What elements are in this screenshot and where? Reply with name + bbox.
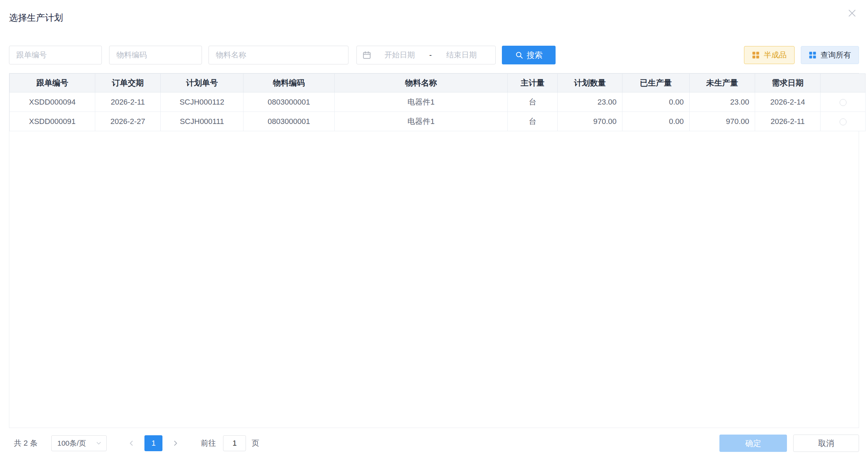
page-size-select[interactable]: 100条/页 <box>51 435 107 451</box>
confirm-button[interactable]: 确定 <box>719 435 787 452</box>
page-number-button[interactable]: 1 <box>144 435 162 451</box>
cell-unproduced-qty: 23.00 <box>690 92 755 112</box>
header-order-no: 跟单编号 <box>10 74 95 92</box>
header-demand-date: 需求日期 <box>755 74 821 92</box>
cell-order-no: XSDD000091 <box>10 112 95 131</box>
cell-demand-date: 2026-2-11 <box>755 112 821 131</box>
search-icon <box>515 51 523 59</box>
date-range-picker[interactable]: 开始日期 - 结束日期 <box>356 46 496 64</box>
cell-order-no: XSDD000094 <box>10 92 95 112</box>
page-size-value: 100条/页 <box>57 438 86 448</box>
cell-produced-qty: 0.00 <box>622 92 690 112</box>
header-unproduced-qty: 未生产量 <box>690 74 755 92</box>
date-start-placeholder: 开始日期 <box>371 50 428 60</box>
date-end-placeholder: 结束日期 <box>433 50 490 60</box>
goto-label: 前往 <box>201 438 216 448</box>
query-all-button[interactable]: 查询所有 <box>801 46 859 64</box>
cell-plan-no: SCJH000112 <box>161 92 243 112</box>
dialog-title: 选择生产计划 <box>9 12 63 24</box>
table-row[interactable]: XSDD000094 2026-2-11 SCJH000112 08030000… <box>10 92 866 112</box>
semi-finished-label: 半成品 <box>764 50 787 60</box>
cell-select <box>821 92 866 112</box>
date-range-separator: - <box>428 51 433 60</box>
production-plan-table: 跟单编号 订单交期 计划单号 物料编码 物料名称 主计量 计划数量 已生产量 未… <box>9 73 859 428</box>
pagination-total: 共 2 条 <box>14 438 37 448</box>
semi-finished-button[interactable]: 半成品 <box>744 46 795 64</box>
cell-order-date: 2026-2-11 <box>95 92 161 112</box>
cell-unit: 台 <box>508 92 558 112</box>
dialog-actions: 确定 取消 <box>719 435 859 452</box>
cancel-button[interactable]: 取消 <box>793 435 859 452</box>
table-row[interactable]: XSDD000091 2026-2-27 SCJH000111 08030000… <box>10 112 866 131</box>
header-material-code: 物料编码 <box>243 74 335 92</box>
header-plan-qty: 计划数量 <box>558 74 622 92</box>
cell-material-code: 0803000001 <box>243 112 335 131</box>
filter-bar: 开始日期 - 结束日期 搜索 半成品 <box>9 46 859 64</box>
order-no-input[interactable] <box>9 46 102 64</box>
prev-page-button[interactable] <box>123 435 140 451</box>
pagination: 共 2 条 100条/页 1 <box>9 435 259 451</box>
cell-produced-qty: 0.00 <box>622 112 690 131</box>
chevron-right-icon <box>171 439 179 447</box>
calendar-icon <box>362 51 371 60</box>
cell-plan-qty: 970.00 <box>558 112 622 131</box>
material-name-input[interactable] <box>209 46 348 64</box>
header-material-name: 物料名称 <box>335 74 508 92</box>
header-plan-no: 计划单号 <box>161 74 243 92</box>
material-code-input[interactable] <box>109 46 202 64</box>
row-radio[interactable] <box>840 99 847 106</box>
search-button-label: 搜索 <box>527 50 543 61</box>
cell-material-code: 0803000001 <box>243 92 335 112</box>
header-unit: 主计量 <box>508 74 558 92</box>
cell-order-date: 2026-2-27 <box>95 112 161 131</box>
header-order-date: 订单交期 <box>95 74 161 92</box>
cell-select <box>821 112 866 131</box>
dialog-footer: 共 2 条 100条/页 1 <box>9 434 859 453</box>
chevron-down-icon <box>95 440 102 447</box>
query-all-label: 查询所有 <box>821 50 851 60</box>
select-production-plan-dialog: 选择生产计划 开始日期 - 结束日期 <box>0 0 868 455</box>
cell-demand-date: 2026-2-14 <box>755 92 821 112</box>
page-unit-label: 页 <box>251 438 259 448</box>
header-produced-qty: 已生产量 <box>622 74 690 92</box>
row-radio[interactable] <box>840 118 847 125</box>
next-page-button[interactable] <box>167 435 184 451</box>
cell-material-name: 电器件1 <box>335 92 508 112</box>
grid-icon <box>809 51 816 59</box>
cell-plan-no: SCJH000111 <box>161 112 243 131</box>
goto-page-input[interactable] <box>223 435 246 451</box>
chevron-left-icon <box>127 439 136 447</box>
cell-material-name: 电器件1 <box>335 112 508 131</box>
close-icon[interactable] <box>846 7 858 19</box>
table-header-row: 跟单编号 订单交期 计划单号 物料编码 物料名称 主计量 计划数量 已生产量 未… <box>10 74 866 92</box>
search-button[interactable]: 搜索 <box>502 46 556 64</box>
cell-plan-qty: 23.00 <box>558 92 622 112</box>
cell-unit: 台 <box>508 112 558 131</box>
grid-icon <box>752 51 760 59</box>
header-select <box>821 74 866 92</box>
cell-unproduced-qty: 970.00 <box>690 112 755 131</box>
